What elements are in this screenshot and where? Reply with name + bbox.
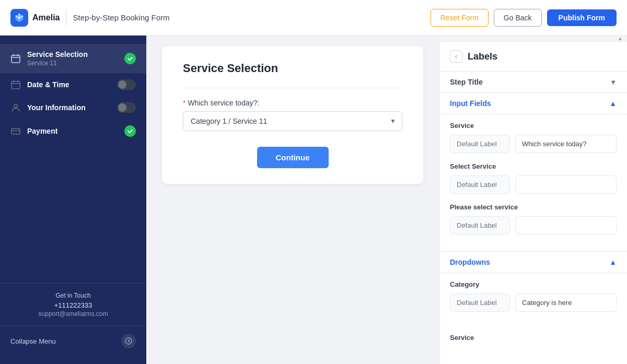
app-header: Amelia Step-by-Step Booking Form Reset F… <box>0 0 627 36</box>
input-fields-toggle[interactable]: ▲ <box>609 99 617 108</box>
field-please-select-input[interactable] <box>515 216 617 234</box>
field-group-service: Service Default Label <box>450 122 617 153</box>
sidebar-item-payment-content: Payment <box>27 127 118 135</box>
sidebar: Service Selection Service 11 Date & Time <box>0 36 146 364</box>
right-panel: ▲ ‹ Labels Step Title ▼ Input Fields ▲ S… <box>439 36 627 364</box>
reset-form-button[interactable]: Reset Form <box>431 9 489 27</box>
field-service-title: Service <box>450 122 617 130</box>
scroll-arrow-icon: ▲ <box>618 36 623 41</box>
required-asterisk: * <box>183 99 185 107</box>
field-category-title: Category <box>450 280 617 288</box>
dropdowns-toggle[interactable]: ▲ <box>609 258 617 266</box>
sidebar-item-service-content: Service Selection Service 11 <box>27 50 118 67</box>
header-divider <box>66 10 66 26</box>
form-card: Service Selection * Which service today?… <box>162 46 423 184</box>
date-time-toggle[interactable] <box>117 79 136 90</box>
payment-check <box>124 125 136 137</box>
panel-title: Labels <box>468 51 497 62</box>
user-icon <box>10 102 21 113</box>
field-service-input[interactable] <box>515 135 617 153</box>
service-selection-check <box>124 53 136 64</box>
panel-header: ‹ Labels <box>439 42 627 72</box>
sidebar-item-service-title: Service Selection <box>27 50 118 58</box>
app-logo: Amelia <box>10 9 60 27</box>
sidebar-item-info-title: Your Information <box>27 103 111 112</box>
card-icon <box>10 126 21 136</box>
panel-back-button[interactable]: ‹ <box>450 50 462 63</box>
field-please-select-default-label: Default Label <box>450 216 510 234</box>
service-select-wrapper: Category 1 / Service 11 Category 1 / Ser… <box>183 111 402 131</box>
step-title-label: Step Title <box>450 78 483 86</box>
field-select-service-title: Select Service <box>450 162 617 170</box>
service-field: * Which service today?: Category 1 / Ser… <box>183 99 402 131</box>
header-left: Amelia Step-by-Step Booking Form <box>10 9 170 27</box>
svg-rect-0 <box>11 55 20 63</box>
field-service-default-label: Default Label <box>450 135 510 153</box>
dropdowns-title: Dropdowns <box>450 258 490 266</box>
logo-icon <box>10 9 28 27</box>
header-buttons: Reset Form Go Back Publish Form <box>431 9 617 27</box>
field-service-row: Default Label <box>450 135 617 153</box>
sidebar-item-your-information[interactable]: Your Information <box>0 96 146 119</box>
input-fields-content: Service Default Label Select Service Def… <box>439 114 627 251</box>
field-category-default-label: Default Label <box>450 293 510 312</box>
field-category-row: Default Label <box>450 293 617 312</box>
field-label-text: Which service today?: <box>188 99 259 107</box>
sidebar-item-info-content: Your Information <box>27 103 111 112</box>
main-layout: Service Selection Service 11 Date & Time <box>0 36 627 364</box>
service-bottom-label: Service <box>450 334 617 342</box>
field-category-input[interactable] <box>515 293 617 312</box>
field-group-please-select: Please select service Default Label <box>450 203 617 234</box>
sidebar-item-datetime-title: Date & Time <box>27 80 111 89</box>
field-select-service-input[interactable] <box>515 175 617 194</box>
header-title: Step-by-Step Booking Form <box>73 13 169 22</box>
sidebar-item-service-selection[interactable]: Service Selection Service 11 <box>0 44 146 73</box>
step-title-arrow: ▼ <box>610 78 617 86</box>
center-content: Service Selection * Which service today?… <box>146 36 439 364</box>
field-select-service-default-label: Default Label <box>450 175 510 194</box>
sidebar-item-service-sub: Service 11 <box>27 60 118 67</box>
app-name: Amelia <box>32 13 60 22</box>
info-toggle[interactable] <box>117 102 136 113</box>
contact-title: Get in Touch <box>10 292 136 299</box>
clock-icon <box>10 79 21 90</box>
field-group-select-service: Select Service Default Label <box>450 162 617 194</box>
form-divider <box>183 88 402 88</box>
publish-form-button[interactable]: Publish Form <box>547 9 617 26</box>
sidebar-item-datetime-content: Date & Time <box>27 80 111 89</box>
calendar-icon <box>10 53 21 64</box>
service-label-section: Service <box>439 328 627 349</box>
form-card-title: Service Selection <box>183 62 402 75</box>
service-field-label: * Which service today?: <box>183 99 402 107</box>
field-please-select-row: Default Label <box>450 216 617 234</box>
dropdowns-content: Category Default Label <box>439 273 627 328</box>
sidebar-spacer <box>0 143 146 283</box>
step-title-row[interactable]: Step Title ▼ <box>439 72 627 92</box>
scroll-indicator: ▲ <box>439 36 627 42</box>
sidebar-item-payment[interactable]: Payment <box>0 119 146 143</box>
sidebar-item-payment-title: Payment <box>27 127 118 135</box>
contact-phone: +111222333 <box>10 301 136 309</box>
contact-email: support@ameliatms.com <box>10 310 136 318</box>
dropdowns-header[interactable]: Dropdowns ▲ <box>439 251 627 273</box>
sidebar-contact: Get in Touch +111222333 support@ameliatm… <box>0 283 146 326</box>
svg-rect-1 <box>11 81 20 89</box>
continue-button[interactable]: Continue <box>257 147 329 168</box>
input-fields-title: Input Fields <box>450 99 491 108</box>
svg-rect-3 <box>11 128 20 134</box>
sidebar-item-date-time[interactable]: Date & Time <box>0 73 146 96</box>
input-fields-header[interactable]: Input Fields ▲ <box>439 92 627 114</box>
field-please-select-title: Please select service <box>450 203 617 211</box>
service-select[interactable]: Category 1 / Service 11 Category 1 / Ser… <box>183 111 402 131</box>
field-group-category: Category Default Label <box>450 280 617 312</box>
collapse-label: Collapse Menu <box>10 337 56 345</box>
collapse-circle <box>121 334 136 348</box>
collapse-menu-button[interactable]: Collapse Menu <box>0 326 146 356</box>
go-back-button[interactable]: Go Back <box>494 9 542 27</box>
field-select-service-row: Default Label <box>450 175 617 194</box>
svg-point-2 <box>14 104 17 108</box>
